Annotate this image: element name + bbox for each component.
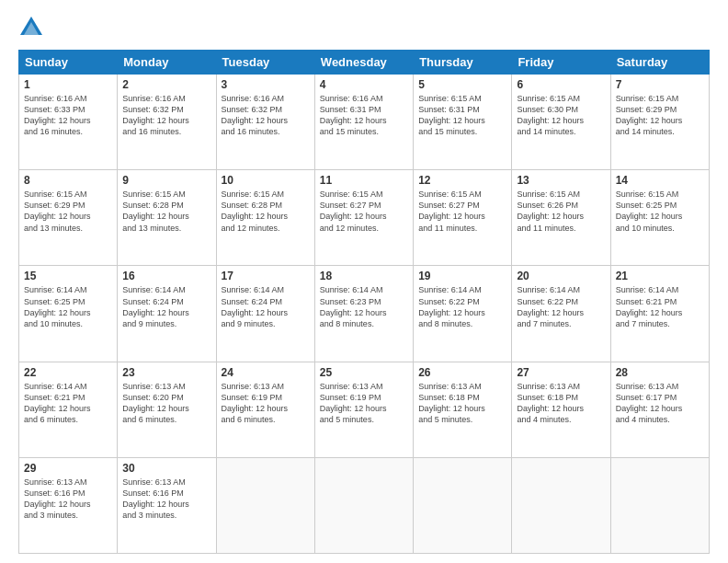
day-info: Sunrise: 6:15 AM Sunset: 6:25 PM Dayligh…: [616, 189, 704, 234]
calendar-day-cell: 19 Sunrise: 6:14 AM Sunset: 6:22 PM Dayl…: [414, 266, 512, 362]
day-info: Sunrise: 6:13 AM Sunset: 6:20 PM Dayligh…: [122, 381, 210, 426]
day-number: 18: [320, 270, 408, 282]
calendar-day-cell: 8 Sunrise: 6:15 AM Sunset: 6:29 PM Dayli…: [19, 170, 118, 266]
day-info: Sunrise: 6:13 AM Sunset: 6:16 PM Dayligh…: [24, 477, 112, 522]
calendar-day-cell: 23 Sunrise: 6:13 AM Sunset: 6:20 PM Dayl…: [118, 362, 216, 457]
calendar-day-cell: [512, 457, 610, 553]
day-info: Sunrise: 6:13 AM Sunset: 6:18 PM Dayligh…: [418, 381, 506, 426]
calendar-day-cell: 22 Sunrise: 6:14 AM Sunset: 6:21 PM Dayl…: [19, 362, 118, 457]
calendar-day-cell: 24 Sunrise: 6:13 AM Sunset: 6:19 PM Dayl…: [216, 362, 314, 457]
day-info: Sunrise: 6:16 AM Sunset: 6:32 PM Dayligh…: [122, 93, 210, 138]
day-info: Sunrise: 6:15 AM Sunset: 6:27 PM Dayligh…: [418, 189, 506, 234]
day-info: Sunrise: 6:15 AM Sunset: 6:27 PM Dayligh…: [320, 189, 408, 234]
weekday-header: Friday: [512, 51, 610, 75]
calendar-day-cell: 5 Sunrise: 6:15 AM Sunset: 6:31 PM Dayli…: [414, 75, 512, 170]
calendar-day-cell: 3 Sunrise: 6:16 AM Sunset: 6:32 PM Dayli…: [216, 75, 314, 170]
calendar-week-row: 22 Sunrise: 6:14 AM Sunset: 6:21 PM Dayl…: [19, 362, 710, 457]
day-number: 2: [122, 78, 210, 91]
day-number: 22: [24, 366, 112, 379]
day-info: Sunrise: 6:14 AM Sunset: 6:24 PM Dayligh…: [122, 284, 210, 329]
calendar-day-cell: 9 Sunrise: 6:15 AM Sunset: 6:28 PM Dayli…: [118, 170, 216, 266]
calendar-day-cell: 25 Sunrise: 6:13 AM Sunset: 6:19 PM Dayl…: [314, 362, 413, 457]
day-number: 14: [616, 174, 704, 187]
logo-icon: [18, 15, 44, 40]
calendar-week-row: 29 Sunrise: 6:13 AM Sunset: 6:16 PM Dayl…: [19, 457, 710, 553]
calendar-table: SundayMondayTuesdayWednesdayThursdayFrid…: [18, 50, 710, 554]
day-number: 25: [320, 366, 408, 379]
calendar-day-cell: 18 Sunrise: 6:14 AM Sunset: 6:23 PM Dayl…: [314, 266, 413, 362]
calendar-day-cell: 6 Sunrise: 6:15 AM Sunset: 6:30 PM Dayli…: [512, 75, 610, 170]
calendar-day-cell: 12 Sunrise: 6:15 AM Sunset: 6:27 PM Dayl…: [414, 170, 512, 266]
calendar-day-cell: 11 Sunrise: 6:15 AM Sunset: 6:27 PM Dayl…: [314, 170, 413, 266]
day-info: Sunrise: 6:13 AM Sunset: 6:17 PM Dayligh…: [616, 381, 704, 426]
day-info: Sunrise: 6:14 AM Sunset: 6:24 PM Dayligh…: [222, 284, 310, 329]
calendar-day-cell: [414, 457, 512, 553]
day-info: Sunrise: 6:14 AM Sunset: 6:22 PM Dayligh…: [418, 284, 506, 329]
day-number: 21: [616, 270, 704, 282]
day-number: 20: [517, 270, 605, 282]
calendar-week-row: 8 Sunrise: 6:15 AM Sunset: 6:29 PM Dayli…: [19, 170, 710, 266]
calendar-day-cell: 4 Sunrise: 6:16 AM Sunset: 6:31 PM Dayli…: [314, 75, 413, 170]
day-number: 26: [418, 366, 506, 379]
calendar-day-cell: 15 Sunrise: 6:14 AM Sunset: 6:25 PM Dayl…: [19, 266, 118, 362]
day-number: 27: [517, 366, 605, 379]
day-number: 11: [320, 174, 408, 187]
day-info: Sunrise: 6:16 AM Sunset: 6:31 PM Dayligh…: [320, 93, 408, 138]
calendar-day-cell: 16 Sunrise: 6:14 AM Sunset: 6:24 PM Dayl…: [118, 266, 216, 362]
day-info: Sunrise: 6:14 AM Sunset: 6:21 PM Dayligh…: [616, 284, 704, 329]
day-number: 24: [222, 366, 310, 379]
calendar-day-cell: [314, 457, 413, 553]
day-info: Sunrise: 6:13 AM Sunset: 6:19 PM Dayligh…: [222, 381, 310, 426]
weekday-header: Tuesday: [216, 51, 314, 75]
calendar-week-row: 1 Sunrise: 6:16 AM Sunset: 6:33 PM Dayli…: [19, 75, 710, 170]
day-info: Sunrise: 6:13 AM Sunset: 6:16 PM Dayligh…: [122, 477, 210, 522]
day-info: Sunrise: 6:13 AM Sunset: 6:19 PM Dayligh…: [320, 381, 408, 426]
day-info: Sunrise: 6:16 AM Sunset: 6:33 PM Dayligh…: [24, 93, 112, 138]
day-number: 30: [122, 462, 210, 475]
calendar-day-cell: 17 Sunrise: 6:14 AM Sunset: 6:24 PM Dayl…: [216, 266, 314, 362]
day-info: Sunrise: 6:14 AM Sunset: 6:23 PM Dayligh…: [320, 284, 408, 329]
day-info: Sunrise: 6:15 AM Sunset: 6:30 PM Dayligh…: [517, 93, 605, 138]
day-info: Sunrise: 6:14 AM Sunset: 6:22 PM Dayligh…: [517, 284, 605, 329]
calendar-week-row: 15 Sunrise: 6:14 AM Sunset: 6:25 PM Dayl…: [19, 266, 710, 362]
day-number: 8: [24, 174, 112, 187]
calendar-day-cell: 20 Sunrise: 6:14 AM Sunset: 6:22 PM Dayl…: [512, 266, 610, 362]
weekday-header: Wednesday: [314, 51, 413, 75]
calendar-day-cell: 30 Sunrise: 6:13 AM Sunset: 6:16 PM Dayl…: [118, 457, 216, 553]
page: SundayMondayTuesdayWednesdayThursdayFrid…: [0, 0, 728, 563]
day-number: 10: [222, 174, 310, 187]
day-info: Sunrise: 6:15 AM Sunset: 6:28 PM Dayligh…: [222, 189, 310, 234]
day-number: 19: [418, 270, 506, 282]
calendar-day-cell: [216, 457, 314, 553]
calendar-day-cell: 2 Sunrise: 6:16 AM Sunset: 6:32 PM Dayli…: [118, 75, 216, 170]
day-number: 9: [122, 174, 210, 187]
day-info: Sunrise: 6:15 AM Sunset: 6:26 PM Dayligh…: [517, 189, 605, 234]
day-number: 23: [122, 366, 210, 379]
calendar-day-cell: 27 Sunrise: 6:13 AM Sunset: 6:18 PM Dayl…: [512, 362, 610, 457]
calendar-day-cell: 7 Sunrise: 6:15 AM Sunset: 6:29 PM Dayli…: [610, 75, 709, 170]
day-info: Sunrise: 6:15 AM Sunset: 6:29 PM Dayligh…: [24, 189, 112, 234]
day-info: Sunrise: 6:15 AM Sunset: 6:29 PM Dayligh…: [616, 93, 704, 138]
day-number: 16: [122, 270, 210, 282]
calendar-day-cell: 29 Sunrise: 6:13 AM Sunset: 6:16 PM Dayl…: [19, 457, 118, 553]
day-number: 12: [418, 174, 506, 187]
day-number: 3: [222, 78, 310, 91]
day-info: Sunrise: 6:15 AM Sunset: 6:28 PM Dayligh…: [122, 189, 210, 234]
calendar-day-cell: 10 Sunrise: 6:15 AM Sunset: 6:28 PM Dayl…: [216, 170, 314, 266]
day-number: 29: [24, 462, 112, 475]
day-number: 5: [418, 78, 506, 91]
weekday-header: Sunday: [19, 51, 118, 75]
weekday-header: Monday: [118, 51, 216, 75]
day-info: Sunrise: 6:13 AM Sunset: 6:18 PM Dayligh…: [517, 381, 605, 426]
calendar-day-cell: 13 Sunrise: 6:15 AM Sunset: 6:26 PM Dayl…: [512, 170, 610, 266]
calendar-day-cell: 28 Sunrise: 6:13 AM Sunset: 6:17 PM Dayl…: [610, 362, 709, 457]
day-info: Sunrise: 6:14 AM Sunset: 6:25 PM Dayligh…: [24, 284, 112, 329]
logo: [18, 15, 48, 40]
day-info: Sunrise: 6:16 AM Sunset: 6:32 PM Dayligh…: [222, 93, 310, 138]
day-number: 17: [222, 270, 310, 282]
calendar-day-cell: 26 Sunrise: 6:13 AM Sunset: 6:18 PM Dayl…: [414, 362, 512, 457]
day-number: 7: [616, 78, 704, 91]
day-number: 15: [24, 270, 112, 282]
calendar-day-cell: 21 Sunrise: 6:14 AM Sunset: 6:21 PM Dayl…: [610, 266, 709, 362]
calendar-header-row: SundayMondayTuesdayWednesdayThursdayFrid…: [19, 51, 710, 75]
